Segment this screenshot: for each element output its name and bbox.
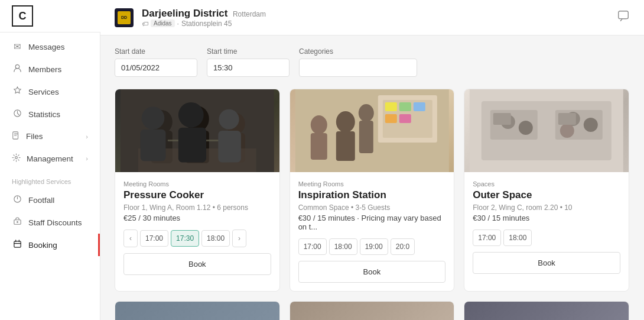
start-time-group: Start time [207, 47, 290, 77]
venue-subtitle: 🏷 Adidas · Stationsplein 45 [142, 20, 609, 28]
sidebar-item-files[interactable]: Files › [0, 125, 100, 147]
card-body-3: Spaces Outer Space Floor 2, Wing C, room… [464, 172, 629, 291]
statistics-icon [12, 109, 22, 119]
booking-icon [12, 240, 22, 250]
venue-city: Rotterdam [233, 10, 266, 18]
card-category-1: Meeting Rooms [123, 180, 271, 188]
time-slot-1730-1[interactable]: 17:30 [171, 230, 199, 247]
start-date-input[interactable] [115, 59, 197, 77]
time-slot-1700-1[interactable]: 17:00 [140, 230, 168, 247]
main-content: DD Darjeeling District Rotterdam 🏷 Adida… [100, 0, 644, 320]
svg-point-26 [336, 111, 354, 132]
time-slot-1700-3[interactable]: 17:00 [473, 230, 501, 246]
time-slot-1800-2[interactable]: 18:00 [329, 238, 357, 255]
card-category-2: Meeting Rooms [298, 180, 446, 188]
time-slot-1800-1[interactable]: 18:00 [201, 230, 230, 247]
sidebar-item-messages[interactable]: ✉ Messages [0, 35, 100, 58]
venue-partner-icon: 🏷 [142, 20, 148, 27]
sidebar-item-staff-discounts[interactable]: Staff Discounts [0, 211, 100, 234]
time-slot-1700-2[interactable]: 17:00 [298, 238, 327, 255]
footfall-icon [12, 195, 22, 205]
venue-address-sep: · [177, 20, 179, 28]
svg-point-37 [584, 118, 598, 132]
cards-grid-2 [115, 301, 630, 320]
time-slots-1: ‹ 17:00 17:30 18:00 › [123, 230, 271, 247]
svg-rect-20 [399, 102, 411, 111]
svg-rect-23 [399, 114, 411, 123]
venue-address: Stationsplein 45 [181, 20, 232, 28]
venue-logo-inner: DD [118, 11, 131, 24]
services-icon [12, 86, 22, 97]
card-mini-img-3 [464, 302, 629, 320]
highlighted-services-label: Highlighted Services [0, 170, 100, 189]
sidebar-item-members[interactable]: Members [0, 58, 100, 80]
svg-point-2 [15, 157, 18, 159]
svg-rect-21 [413, 102, 425, 111]
time-slot-1800-3[interactable]: 18:00 [503, 230, 532, 246]
card-title-2: Inspiration Station [298, 189, 446, 201]
chat-icon[interactable] [617, 9, 630, 25]
categories-input[interactable] [299, 59, 417, 77]
card-mini-img-2 [290, 302, 454, 320]
time-slots-2: 17:00 18:00 19:00 20:0 [298, 238, 446, 255]
svg-rect-29 [359, 121, 373, 153]
card-outer-space: Spaces Outer Space Floor 2, Wing C, room… [464, 89, 629, 292]
svg-point-8 [151, 110, 173, 134]
svg-rect-7 [121, 89, 274, 172]
card-price-2: €30 / 15 minutes · Pricing may vary base… [298, 214, 446, 231]
card-meta-2: Common Space • 3-5 Guests [298, 203, 446, 212]
sidebar: C ✉ Messages Members Services Statistics… [0, 0, 100, 320]
card-image-3 [464, 89, 629, 172]
time-slot-next-1[interactable]: › [232, 230, 246, 247]
svg-rect-25 [310, 133, 327, 160]
book-button-2[interactable]: Book [298, 261, 446, 283]
svg-rect-13 [226, 133, 245, 163]
svg-point-10 [186, 106, 209, 132]
venue-partner: Adidas [151, 20, 175, 27]
files-arrow-icon: › [86, 133, 88, 140]
venue-name: Darjeeling District [142, 8, 228, 19]
svg-point-28 [358, 104, 373, 122]
card-meta-3: Floor 2, Wing C, room 2.20 • 10 [473, 203, 620, 212]
book-button-1[interactable]: Book [123, 253, 271, 275]
sidebar-item-booking[interactable]: Booking [0, 234, 100, 256]
time-slot-1900-2[interactable]: 19:00 [360, 238, 388, 255]
management-icon [12, 153, 21, 164]
card-price-1: €25 / 30 minutes [123, 214, 271, 222]
svg-point-4 [17, 221, 18, 223]
card-body-1: Meeting Rooms Pressure Cooker Floor 1, W… [115, 172, 279, 291]
venue-name-row: Darjeeling District Rotterdam [142, 8, 609, 20]
svg-point-38 [560, 124, 574, 138]
svg-rect-22 [385, 114, 396, 123]
time-slot-2000-2[interactable]: 20:0 [391, 238, 415, 255]
sidebar-item-statistics[interactable]: Statistics [0, 103, 100, 125]
app-logo: C [12, 5, 33, 27]
card-image-1 [115, 89, 279, 172]
time-slot-prev-1[interactable]: ‹ [123, 230, 138, 247]
card-category-3: Spaces [473, 180, 620, 188]
files-icon [12, 131, 20, 141]
svg-rect-14 [138, 148, 256, 172]
svg-rect-6 [619, 11, 629, 19]
card-title-3: Outer Space [473, 189, 620, 201]
sidebar-item-management[interactable]: Management › [0, 147, 100, 170]
svg-rect-40 [558, 113, 576, 125]
start-time-input[interactable] [207, 59, 290, 77]
svg-rect-9 [151, 131, 173, 163]
staff-discounts-icon [12, 217, 22, 228]
members-icon [12, 64, 22, 75]
sidebar-item-footfall[interactable]: Footfall [0, 189, 100, 211]
svg-rect-39 [493, 113, 511, 125]
sidebar-item-services[interactable]: Services [0, 80, 100, 103]
time-slots-3: 17:00 18:00 [473, 230, 620, 246]
booking-content: Start date Start time Categories [100, 35, 644, 320]
start-date-group: Start date [115, 47, 197, 77]
svg-rect-5 [14, 241, 20, 247]
filters-row: Start date Start time Categories [115, 47, 630, 77]
card-mini-1 [115, 301, 280, 320]
book-button-3[interactable]: Book [473, 252, 620, 274]
svg-rect-11 [186, 131, 209, 163]
management-arrow-icon: › [86, 155, 88, 162]
card-mini-img-1 [115, 302, 279, 320]
svg-point-12 [226, 113, 245, 134]
